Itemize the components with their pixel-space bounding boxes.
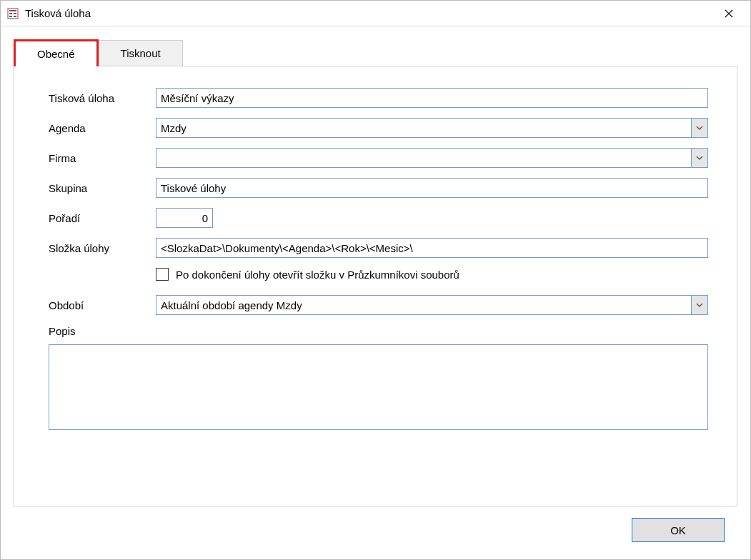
label-description: Popis: [49, 325, 156, 337]
order-input[interactable]: [156, 208, 213, 228]
folder-input[interactable]: [156, 238, 708, 258]
svg-rect-5: [14, 16, 16, 17]
ok-button[interactable]: OK: [632, 518, 725, 542]
company-input[interactable]: [156, 148, 691, 168]
row-task: Tisková úloha: [49, 88, 708, 108]
agenda-input[interactable]: [156, 118, 691, 138]
chevron-down-icon: [696, 303, 703, 307]
task-input[interactable]: [156, 88, 708, 108]
label-task: Tisková úloha: [49, 92, 156, 104]
period-combo[interactable]: [156, 295, 708, 315]
description-textarea[interactable]: [49, 344, 708, 430]
label-group: Skupina: [49, 182, 156, 194]
label-company: Firma: [49, 152, 156, 164]
row-period: Období: [49, 295, 708, 315]
row-folder: Složka úlohy: [49, 238, 708, 258]
agenda-dropdown-button[interactable]: [691, 118, 708, 138]
label-agenda: Agenda: [49, 122, 156, 134]
tab-general[interactable]: Obecné: [14, 39, 99, 66]
row-order: Pořadí: [49, 208, 708, 228]
label-period: Období: [49, 299, 156, 311]
dialog-window: Tisková úloha Obecné Tisknout Tisková úl…: [0, 0, 751, 560]
close-icon: [725, 9, 733, 18]
company-dropdown-button[interactable]: [691, 148, 708, 168]
tabpanel-general: Tisková úloha Agenda Firma: [14, 66, 737, 506]
row-openfolder: Po dokončení úlohy otevřít složku v Průz…: [156, 268, 708, 281]
chevron-down-icon: [696, 156, 703, 160]
label-folder: Složka úlohy: [49, 242, 156, 254]
row-description: Popis: [49, 325, 708, 432]
form-icon: [6, 7, 19, 20]
group-input[interactable]: [156, 178, 708, 198]
window-title: Tisková úloha: [25, 7, 713, 19]
row-agenda: Agenda: [49, 118, 708, 138]
agenda-combo[interactable]: [156, 118, 708, 138]
company-combo[interactable]: [156, 148, 708, 168]
openfolder-checkbox[interactable]: [156, 268, 169, 281]
svg-rect-3: [14, 13, 16, 14]
tab-print[interactable]: Tisknout: [99, 40, 183, 66]
label-openfolder: Po dokončení úlohy otevřít složku v Průz…: [176, 269, 459, 281]
row-group: Skupina: [49, 178, 708, 198]
dialog-content: Obecné Tisknout Tisková úloha Agenda: [1, 26, 750, 559]
period-dropdown-button[interactable]: [691, 295, 708, 315]
period-input[interactable]: [156, 295, 691, 315]
close-button[interactable]: [713, 4, 745, 24]
button-bar: OK: [14, 506, 737, 551]
row-company: Firma: [49, 148, 708, 168]
chevron-down-icon: [696, 126, 703, 130]
titlebar: Tisková úloha: [1, 1, 750, 26]
svg-rect-2: [9, 13, 12, 14]
tabstrip: Obecné Tisknout: [14, 39, 737, 66]
svg-rect-4: [9, 16, 12, 17]
label-order: Pořadí: [49, 212, 156, 224]
svg-rect-1: [9, 10, 16, 11]
